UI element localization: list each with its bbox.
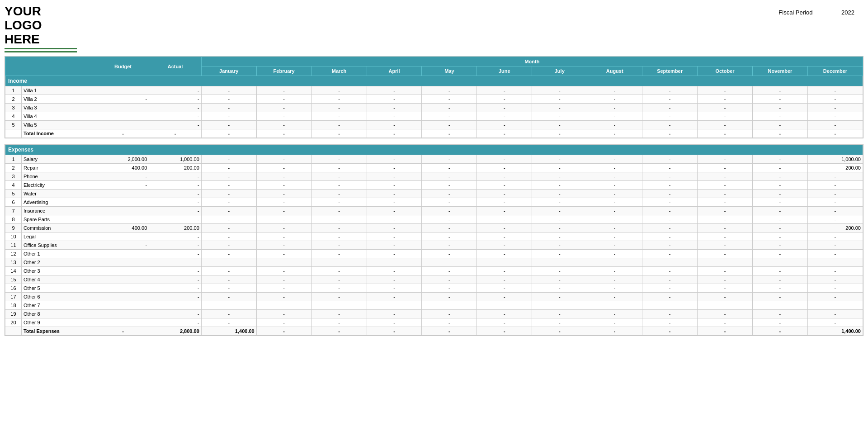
row-name: Other 6 bbox=[21, 293, 97, 301]
row-month-7: - bbox=[532, 284, 587, 293]
row-month-1: - bbox=[201, 121, 256, 129]
row-num: 19 bbox=[5, 310, 22, 318]
row-month-10: - bbox=[698, 181, 753, 190]
row-month-2: - bbox=[256, 164, 311, 172]
row-month-3: - bbox=[311, 250, 367, 258]
row-month-12: 1,000.00 bbox=[807, 155, 863, 164]
row-actual: - bbox=[149, 310, 202, 318]
row-month-6: - bbox=[477, 284, 532, 293]
row-num: 5 bbox=[5, 190, 22, 198]
income-total-month-11: - bbox=[752, 129, 807, 138]
table-row: 4Electricity-------------- bbox=[5, 181, 863, 190]
table-row: 17Other 6------------- bbox=[5, 293, 863, 301]
row-month-10: - bbox=[698, 121, 753, 129]
row-month-10: - bbox=[698, 250, 753, 258]
row-month-8: - bbox=[587, 198, 642, 207]
row-name: Phone bbox=[21, 172, 97, 181]
row-month-6: - bbox=[477, 258, 532, 267]
row-month-12: - bbox=[807, 198, 863, 207]
row-month-11: - bbox=[752, 275, 807, 284]
row-month-11: - bbox=[752, 258, 807, 267]
row-budget bbox=[97, 267, 149, 275]
row-actual: - bbox=[149, 258, 202, 267]
row-month-12: - bbox=[807, 190, 863, 198]
row-month-9: - bbox=[642, 241, 698, 250]
th-month-january: January bbox=[201, 66, 256, 76]
row-month-11: - bbox=[752, 155, 807, 164]
row-month-6: - bbox=[477, 241, 532, 250]
row-month-3: - bbox=[311, 198, 367, 207]
row-month-11: - bbox=[752, 112, 807, 121]
row-month-11: - bbox=[752, 86, 807, 95]
row-month-7: - bbox=[532, 258, 587, 267]
row-month-10: - bbox=[698, 207, 753, 215]
row-month-10: - bbox=[698, 155, 753, 164]
row-budget: 400.00 bbox=[97, 164, 149, 172]
row-month-6: - bbox=[477, 112, 532, 121]
row-month-11: - bbox=[752, 207, 807, 215]
header: YOUR LOGO HERE Fiscal Period 2022 bbox=[5, 5, 863, 52]
row-month-9: - bbox=[642, 104, 698, 112]
th-month-june: June bbox=[477, 66, 532, 76]
row-month-10: - bbox=[698, 232, 753, 241]
row-month-2: - bbox=[256, 95, 311, 104]
row-month-7: - bbox=[532, 112, 587, 121]
row-month-7: - bbox=[532, 95, 587, 104]
row-month-11: - bbox=[752, 310, 807, 318]
expenses-total-budget-fix: - bbox=[97, 327, 149, 336]
row-name: Advertising bbox=[21, 198, 97, 207]
row-month-3: - bbox=[311, 224, 367, 232]
row-month-1: - bbox=[201, 181, 256, 190]
row-month-9: - bbox=[642, 232, 698, 241]
row-month-9: - bbox=[642, 301, 698, 310]
row-month-9: - bbox=[642, 112, 698, 121]
table-row: 13Other 2------------- bbox=[5, 258, 863, 267]
row-month-3: - bbox=[311, 95, 367, 104]
row-num: 9 bbox=[5, 224, 22, 232]
row-month-5: - bbox=[422, 215, 477, 224]
row-month-1: - bbox=[201, 284, 256, 293]
row-month-4: - bbox=[367, 207, 422, 215]
row-month-11: - bbox=[752, 293, 807, 301]
row-budget: - bbox=[97, 172, 149, 181]
row-month-10: - bbox=[698, 215, 753, 224]
row-month-12: - bbox=[807, 121, 863, 129]
row-num: 18 bbox=[5, 301, 22, 310]
row-month-10: - bbox=[698, 301, 753, 310]
row-month-5: - bbox=[422, 172, 477, 181]
row-month-1: - bbox=[201, 275, 256, 284]
row-month-9: - bbox=[642, 215, 698, 224]
row-month-5: - bbox=[422, 267, 477, 275]
row-actual: 1,000.00 bbox=[149, 155, 202, 164]
row-month-3: - bbox=[311, 155, 367, 164]
row-month-10: - bbox=[698, 267, 753, 275]
row-month-5: - bbox=[422, 198, 477, 207]
row-month-7: - bbox=[532, 293, 587, 301]
row-month-5: - bbox=[422, 284, 477, 293]
table-row: 10Legal------------- bbox=[5, 232, 863, 241]
row-month-4: - bbox=[367, 241, 422, 250]
row-num: 4 bbox=[5, 112, 22, 121]
table-row: 19Other 8------------- bbox=[5, 310, 863, 318]
income-table: Budget Actual Month JanuaryFebruaryMarch… bbox=[5, 57, 863, 138]
row-month-4: - bbox=[367, 181, 422, 190]
row-month-4: - bbox=[367, 224, 422, 232]
row-month-12: - bbox=[807, 86, 863, 95]
row-month-8: - bbox=[587, 190, 642, 198]
row-month-2: - bbox=[256, 86, 311, 95]
row-month-9: - bbox=[642, 164, 698, 172]
row-month-4: - bbox=[367, 86, 422, 95]
row-actual: - bbox=[149, 86, 202, 95]
row-num: 14 bbox=[5, 267, 22, 275]
row-actual: - bbox=[149, 112, 202, 121]
row-actual: 200.00 bbox=[149, 224, 202, 232]
income-section: Budget Actual Month JanuaryFebruaryMarch… bbox=[5, 56, 863, 138]
row-month-12: - bbox=[807, 172, 863, 181]
row-month-2: - bbox=[256, 207, 311, 215]
row-month-2: - bbox=[256, 241, 311, 250]
row-month-4: - bbox=[367, 215, 422, 224]
row-month-5: - bbox=[422, 181, 477, 190]
row-month-8: - bbox=[587, 95, 642, 104]
row-num: 1 bbox=[5, 86, 22, 95]
th-month-february: February bbox=[256, 66, 311, 76]
